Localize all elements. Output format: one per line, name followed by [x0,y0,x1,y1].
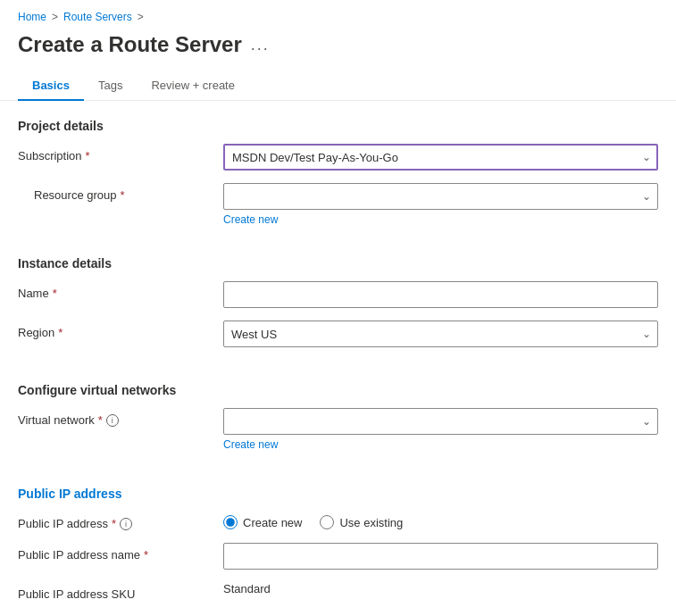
region-select[interactable]: West US [223,320,658,347]
public-ip-name-row: Public IP address name * [18,543,658,570]
resource-group-create-new[interactable]: Create new [223,213,278,226]
public-ip-create-new-radio[interactable] [223,515,238,529]
region-label: Region * [18,320,214,339]
virtual-network-label: Virtual network * i [18,408,214,427]
form-container: Project details Subscription * MSDN Dev/… [0,101,676,616]
resource-group-row: Resource group * ⌄ Create new [18,183,658,226]
virtual-network-select-wrapper: ⌄ [223,408,658,435]
public-ip-sku-label: Public IP address SKU [18,582,214,601]
subscription-row: Subscription * MSDN Dev/Test Pay-As-You-… [18,144,658,171]
name-required: * [53,287,57,300]
name-input[interactable] [223,281,658,308]
tab-tags[interactable]: Tags [84,71,137,101]
public-ip-create-new-label: Create new [243,516,302,529]
public-ip-name-label: Public IP address name * [18,543,214,562]
public-ip-use-existing-label: Use existing [339,516,403,529]
virtual-network-row: Virtual network * i ⌄ Create new [18,408,658,451]
region-control: West US ⌄ [223,320,658,347]
region-row: Region * West US ⌄ [18,320,658,347]
resource-group-required: * [121,188,125,202]
public-ip-address-row: Public IP address * i Create new Use exi… [18,512,658,530]
breadcrumb: Home > Route Servers > [0,0,676,29]
public-ip-use-existing-option[interactable]: Use existing [320,515,403,529]
breadcrumb-home[interactable]: Home [18,11,46,23]
public-ip-required: * [112,517,116,530]
region-select-wrapper: West US ⌄ [223,320,658,347]
public-ip-sku-value: Standard [223,582,658,595]
resource-group-select[interactable] [223,183,658,210]
page-title-row: Create a Route Server ... [0,29,676,71]
subscription-select[interactable]: MSDN Dev/Test Pay-As-You-Go [223,144,658,171]
breadcrumb-sep2: > [138,11,144,23]
virtual-network-control: ⌄ Create new [223,408,658,451]
name-control [223,281,658,308]
tab-review-create[interactable]: Review + create [137,71,249,101]
subscription-label: Subscription * [18,144,214,162]
instance-details-header: Instance details [18,256,658,271]
tab-basics[interactable]: Basics [18,71,84,101]
public-ip-name-required: * [144,548,148,562]
region-required: * [58,326,63,339]
public-ip-label: Public IP address * i [18,512,214,530]
public-ip-control: Create new Use existing [223,512,658,529]
public-ip-sku-text: Standard [223,577,271,595]
virtual-network-select[interactable] [223,408,658,435]
resource-group-label: Resource group * [18,183,214,202]
virtual-network-info-icon[interactable]: i [106,414,119,427]
public-ip-use-existing-radio[interactable] [320,515,334,529]
public-ip-create-new-option[interactable]: Create new [223,515,302,529]
project-details-header: Project details [18,119,658,133]
public-ip-header: Public IP address [18,487,658,501]
virtual-networks-header: Configure virtual networks [18,383,658,397]
public-ip-radio-group: Create new Use existing [223,512,658,529]
subscription-control: MSDN Dev/Test Pay-As-You-Go ⌄ [223,144,658,171]
breadcrumb-route-servers[interactable]: Route Servers [63,11,132,23]
resource-group-select-wrapper: ⌄ [223,183,658,210]
subscription-required: * [86,149,90,162]
resource-group-control: ⌄ Create new [223,183,658,226]
public-ip-sku-row: Public IP address SKU Standard [18,582,658,601]
virtual-network-create-new[interactable]: Create new [223,438,278,451]
tabs-container: Basics Tags Review + create [0,71,676,101]
name-row: Name * [18,281,658,308]
public-ip-name-input[interactable] [223,543,658,570]
page-title: Create a Route Server [18,32,242,57]
ellipsis-button[interactable]: ... [251,36,270,54]
public-ip-info-icon[interactable]: i [120,518,132,530]
name-label: Name * [18,281,214,300]
subscription-select-wrapper: MSDN Dev/Test Pay-As-You-Go ⌄ [223,144,658,171]
public-ip-name-control [223,543,658,570]
breadcrumb-sep1: > [52,11,58,23]
virtual-network-required: * [98,413,103,427]
